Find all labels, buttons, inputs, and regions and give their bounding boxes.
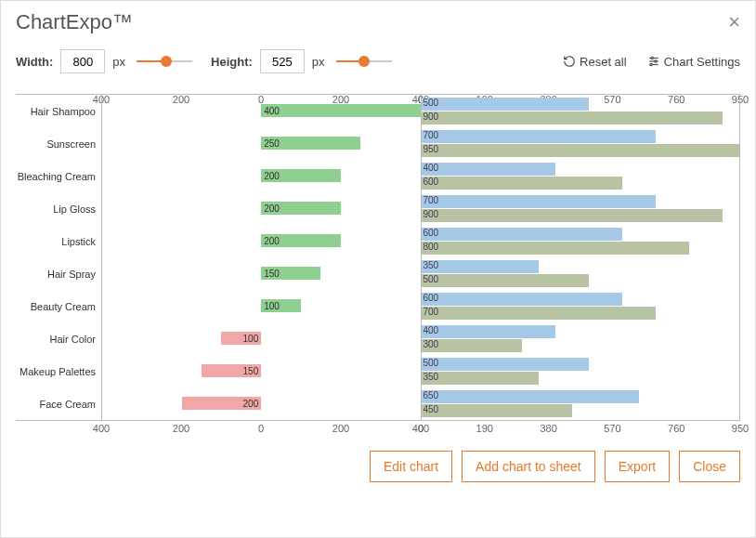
- right-pane: 350500: [422, 257, 741, 290]
- bar-series-olive: [422, 209, 723, 222]
- bar-series-olive: [422, 242, 689, 255]
- table-row: Beauty Cream100600700: [16, 290, 740, 322]
- bar-series-olive: [422, 274, 589, 287]
- bar-value-label: 150: [241, 366, 262, 376]
- bar-value-label: 400: [261, 106, 280, 116]
- controls-bar: Width: px Height: px Reset all Chart Set…: [1, 44, 755, 77]
- undo-icon: [563, 55, 576, 68]
- axis-tick: 0: [418, 423, 424, 434]
- bar-value-label: 100: [241, 334, 262, 344]
- bar-value-label: 900: [424, 209, 439, 219]
- bar-value-label: 500: [424, 274, 439, 284]
- category-label: Lip Gloss: [16, 192, 101, 225]
- width-label: Width:: [16, 55, 53, 69]
- left-pane: 150: [101, 257, 422, 290]
- bar-value-label: 900: [424, 112, 439, 122]
- category-label: Face Cream: [16, 387, 101, 420]
- export-button[interactable]: Export: [605, 451, 670, 482]
- px-label-1: px: [112, 55, 125, 69]
- table-row: Lip Gloss200700900: [16, 192, 740, 225]
- category-label: Hair Color: [16, 322, 101, 355]
- bar-series-blue: [422, 163, 555, 176]
- bar-value-label: 800: [424, 242, 439, 252]
- bar-series-olive: [422, 372, 539, 385]
- right-pane: 400600: [422, 160, 741, 192]
- bar-series-blue: [422, 260, 539, 273]
- right-pane: 600700: [422, 290, 741, 322]
- bar-value-label: 500: [424, 358, 439, 368]
- category-label: Hair Spray: [16, 257, 101, 290]
- axis-tick: 570: [604, 423, 620, 434]
- width-input[interactable]: [60, 49, 105, 73]
- bar-value-label: 600: [424, 228, 439, 238]
- bar-series-olive: [422, 307, 656, 320]
- bar-value-label: 650: [424, 390, 439, 400]
- chartexpo-modal: ChartExpo™ × Width: px Height: px Reset …: [0, 0, 756, 538]
- bar-value-label: 700: [424, 195, 439, 205]
- svg-point-4: [654, 60, 656, 62]
- bar-series-blue: [422, 358, 589, 371]
- bar-series-blue: [422, 130, 656, 143]
- right-pane: 500350: [422, 355, 741, 387]
- close-button[interactable]: Close: [679, 451, 740, 482]
- bar-value-label: 400: [424, 325, 439, 335]
- app-title: ChartExpo™: [16, 10, 133, 34]
- svg-point-5: [650, 63, 652, 65]
- reset-all-label: Reset all: [580, 55, 627, 69]
- table-row: Hair Shampoo400500900: [16, 95, 740, 127]
- axis-tick: 760: [668, 423, 684, 434]
- table-row: Hair Spray150350500: [16, 257, 740, 290]
- width-slider[interactable]: [137, 54, 192, 69]
- sliders-icon: [647, 55, 660, 68]
- bar-value-label: 350: [424, 260, 439, 270]
- edit-chart-button[interactable]: Edit chart: [370, 451, 452, 482]
- bar-series-blue: [422, 325, 555, 338]
- chart-settings-button[interactable]: Chart Settings: [647, 55, 740, 69]
- left-pane: 200: [101, 192, 422, 225]
- bar-series-blue: [422, 390, 639, 403]
- left-pane: 400: [101, 95, 422, 127]
- axis-tick: 0: [258, 423, 264, 434]
- bar-series-blue: [422, 228, 622, 241]
- axis-tick: 380: [540, 423, 556, 434]
- bar-series-olive: [422, 112, 723, 125]
- bar-series-blue: [422, 293, 622, 306]
- left-pane: 100: [101, 290, 422, 322]
- category-label: Makeup Palettes: [16, 355, 101, 387]
- bar-value-label: 600: [424, 177, 439, 187]
- table-row: Sunscreen250700950: [16, 127, 740, 160]
- right-pane: 500900: [422, 95, 741, 127]
- table-row: Lipstick200600800: [16, 225, 740, 257]
- category-label: Hair Shampoo: [16, 95, 101, 127]
- bar-value-label: 250: [261, 138, 280, 149]
- bar-series-olive: [422, 177, 622, 190]
- close-icon[interactable]: ×: [728, 10, 740, 34]
- table-row: Bleaching Cream200400600: [16, 160, 740, 192]
- right-pane: 400300: [422, 322, 741, 355]
- bar-value-label: 700: [424, 130, 439, 140]
- left-pane: 200: [101, 387, 422, 420]
- category-label: Beauty Cream: [16, 290, 101, 322]
- category-label: Lipstick: [16, 225, 101, 257]
- bar-value-label: 400: [424, 163, 439, 173]
- category-label: Sunscreen: [16, 127, 101, 160]
- table-row: Hair Color100400300: [16, 322, 740, 355]
- px-label-2: px: [312, 55, 325, 69]
- axis-tick: 200: [173, 423, 189, 434]
- right-pane: 650450: [422, 387, 741, 420]
- axis-tick: 400: [93, 423, 110, 434]
- modal-header: ChartExpo™ ×: [1, 1, 755, 44]
- chart-settings-label: Chart Settings: [664, 55, 740, 69]
- height-input[interactable]: [260, 49, 305, 73]
- reset-all-button[interactable]: Reset all: [563, 55, 627, 69]
- height-slider[interactable]: [336, 54, 392, 69]
- right-pane: 700900: [422, 192, 741, 225]
- add-chart-button[interactable]: Add chart to sheet: [462, 451, 595, 482]
- table-row: Face Cream200650450: [16, 387, 740, 420]
- bar-value-label: 200: [261, 203, 280, 214]
- left-pane: 150: [101, 355, 422, 387]
- left-pane: 200: [101, 225, 422, 257]
- top-axis: 4002000200400 0190380570760950: [16, 77, 740, 94]
- bar-series-olive: [422, 144, 740, 157]
- bar-value-label: 350: [424, 372, 439, 382]
